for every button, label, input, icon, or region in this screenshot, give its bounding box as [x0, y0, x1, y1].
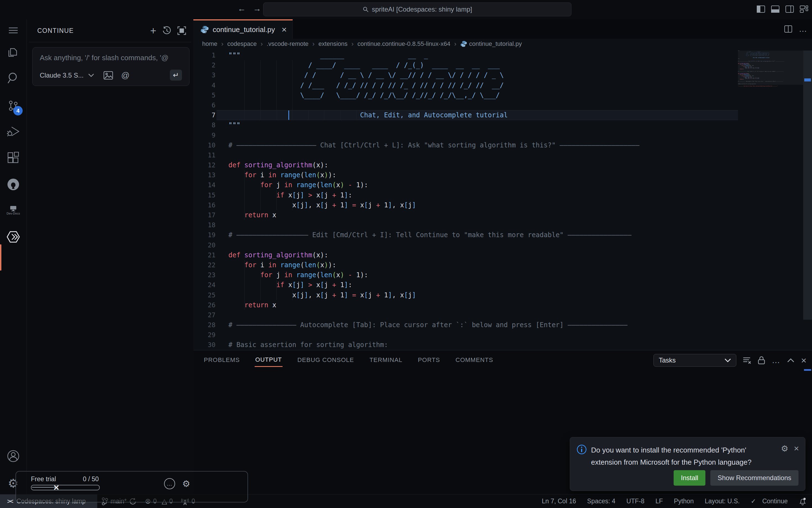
github-icon[interactable]: [0, 173, 27, 196]
code-line-15[interactable]: 15 if x[j] > x[j + 1]:: [193, 190, 812, 200]
layout-item[interactable]: Layout: U.S.: [705, 498, 740, 505]
code-line-16[interactable]: 16 x[j], x[j + 1] = x[j + 1], x[j]: [193, 200, 812, 210]
encoding-item[interactable]: UTF-8: [626, 498, 644, 505]
code-line-14[interactable]: 14 for j in range(len(x) - 1):: [193, 180, 812, 190]
search-icon[interactable]: [0, 67, 27, 89]
panel-more-icon[interactable]: …: [772, 355, 780, 365]
cursor-position-item[interactable]: Ln 7, Col 16: [542, 498, 576, 505]
model-selector[interactable]: Claude 3.5 S...: [40, 72, 84, 79]
dev-docs-icon[interactable]: Dev-Docs: [0, 199, 27, 221]
code-line-2[interactable]: 2 / ____/ ____ ____ / /_(_) ____ __ __ _…: [193, 60, 812, 70]
explorer-icon[interactable]: [0, 41, 27, 64]
code-line-24[interactable]: 24 if x[j] > x[j + 1]:: [193, 280, 812, 290]
maximize-panel-icon[interactable]: [787, 358, 794, 363]
toggle-panel-icon[interactable]: [771, 5, 779, 13]
code-line-1[interactable]: 1""" ______ __ _: [193, 50, 812, 60]
code-line-8[interactable]: 8""": [193, 120, 812, 130]
new-session-icon[interactable]: +: [150, 25, 156, 37]
code-line-9[interactable]: 9: [193, 130, 812, 140]
code-line-25[interactable]: 25 x[j], x[j + 1] = x[j + 1], x[j]: [193, 290, 812, 300]
code-line-18[interactable]: 18: [193, 220, 812, 230]
code-line-4[interactable]: 4 / /___ / /_/ // / / // /_ / // / / // …: [193, 80, 812, 90]
lock-icon[interactable]: [758, 356, 765, 365]
code-line-7[interactable]: 7 Chat, Edit, and Autocomplete tutorial: [193, 110, 812, 120]
breadcrumb-item[interactable]: continue_tutorial.py: [460, 40, 522, 47]
language-item[interactable]: Python: [674, 498, 694, 505]
breadcrumb-item[interactable]: home: [202, 40, 217, 47]
code-line-5[interactable]: 5 \____/ \____/ /_/ /_/\__/ /_//_/ /_/\_…: [193, 90, 812, 100]
continue-sidebar: CONTINUE + Ask anything, '/' for slash c…: [27, 19, 194, 494]
code-line-3[interactable]: 3 / / / __ \ / __ \/ __// / / __ \/ / / …: [193, 70, 812, 80]
panel-tab-debug-console[interactable]: DEBUG CONSOLE: [297, 354, 355, 366]
code-line-19[interactable]: 19# —————————————————— Edit [Cmd/Ctrl + …: [193, 230, 812, 240]
breadcrumb-item[interactable]: .vscode-remote: [267, 40, 309, 47]
fullscreen-icon[interactable]: [177, 26, 186, 35]
notification-close-icon[interactable]: ×: [794, 443, 799, 454]
split-editor-icon[interactable]: [784, 26, 792, 33]
clear-output-icon[interactable]: [743, 356, 751, 364]
toggle-primary-sidebar-icon[interactable]: [757, 5, 765, 13]
code-line-12[interactable]: 12def sorting_algorithm(x):: [193, 160, 812, 170]
editor-scrollbar[interactable]: [803, 50, 812, 320]
panel-tab-comments[interactable]: COMMENTS: [455, 354, 494, 366]
code-editor[interactable]: 1""" ______ __ _2 / ____/ ____ ____ / /_…: [193, 49, 812, 350]
output-channel-select[interactable]: Tasks: [653, 354, 736, 367]
eol-item[interactable]: LF: [655, 498, 663, 505]
code-line-20[interactable]: 20: [193, 240, 812, 250]
code-line-11[interactable]: 11: [193, 150, 812, 160]
panel-tab-ports[interactable]: PORTS: [417, 354, 441, 366]
back-icon[interactable]: ←: [238, 4, 246, 13]
customize-layout-icon[interactable]: [800, 5, 808, 13]
run-debug-icon[interactable]: [0, 120, 27, 142]
code-line-29[interactable]: 29: [193, 330, 812, 340]
mention-icon[interactable]: @: [121, 71, 129, 80]
code-line-6[interactable]: 6: [193, 100, 812, 110]
code-line-23[interactable]: 23 for j in range(len(x) - 1):: [193, 270, 812, 280]
code-line-27[interactable]: 27: [193, 310, 812, 320]
code-line-28[interactable]: 28# ——————————————— Autocomplete [Tab]: …: [193, 320, 812, 330]
tab-close-icon[interactable]: ×: [281, 25, 287, 35]
show-recommendations-button[interactable]: Show Recommendations: [710, 470, 799, 485]
code-line-30[interactable]: 30# Basic assertion for sorting algorith…: [193, 340, 812, 350]
notification-settings-icon[interactable]: ⚙: [781, 444, 788, 453]
image-icon[interactable]: [104, 71, 113, 80]
minimap[interactable]: """ ______ __ _ / ____/ ____ ____ / /_(_…: [738, 50, 803, 205]
tab-continue-tutorial[interactable]: continue_tutorial.py ×: [193, 19, 293, 39]
chat-input-card[interactable]: Ask anything, '/' for slash commands, '@…: [32, 47, 190, 86]
panel-tab-problems[interactable]: PROBLEMS: [203, 354, 240, 366]
toggle-secondary-sidebar-icon[interactable]: [785, 5, 794, 13]
breadcrumb-item[interactable]: codespace: [227, 40, 256, 47]
indentation-item[interactable]: Spaces: 4: [587, 498, 615, 505]
extensions-icon[interactable]: [0, 147, 27, 169]
history-icon[interactable]: [162, 26, 171, 35]
continue-status-item[interactable]: ✓ Continue: [751, 498, 788, 505]
progress-marker-icon[interactable]: ×: [53, 482, 59, 493]
command-center-search[interactable]: spriteAI [Codespaces: shiny lamp]: [263, 2, 571, 16]
install-button[interactable]: Install: [674, 470, 705, 485]
panel-tab-terminal[interactable]: TERMINAL: [369, 354, 403, 366]
free-trial-progress[interactable]: ×: [31, 485, 100, 490]
minimap-viewport[interactable]: [738, 50, 803, 85]
submit-enter-button[interactable]: ↵: [170, 70, 182, 81]
code-line-10[interactable]: 10# ———————————————————— Chat [Ctrl/Ctrl…: [193, 140, 812, 150]
forward-icon[interactable]: →: [253, 4, 261, 13]
breadcrumb-item[interactable]: extensions: [318, 40, 348, 47]
continue-extension-icon[interactable]: [0, 226, 27, 248]
close-panel-icon[interactable]: ×: [801, 355, 807, 366]
code-line-17[interactable]: 17 return x: [193, 210, 812, 220]
accounts-icon[interactable]: [0, 445, 27, 467]
code-line-26[interactable]: 26 return x: [193, 300, 812, 310]
trial-settings-icon[interactable]: ⚙: [182, 478, 190, 489]
more-actions-icon[interactable]: …: [799, 24, 808, 34]
code-line-21[interactable]: 21def sorting_algorithm(x):: [193, 250, 812, 260]
breadcrumb-item[interactable]: continue.continue-0.8.55-linux-x64: [357, 40, 450, 47]
source-control-icon[interactable]: 4: [0, 95, 27, 117]
code-line-13[interactable]: 13 for i in range(len(x)):: [193, 170, 812, 180]
panel-tab-output[interactable]: OUTPUT: [255, 354, 282, 367]
menu-icon[interactable]: [0, 19, 27, 41]
feedback-icon[interactable]: …: [164, 478, 175, 489]
chevron-down-icon[interactable]: [88, 74, 94, 77]
notifications-bell[interactable]: [799, 497, 807, 506]
code-line-22[interactable]: 22 for i in range(len(x)):: [193, 260, 812, 270]
tab-strip: continue_tutorial.py × …: [193, 19, 812, 39]
